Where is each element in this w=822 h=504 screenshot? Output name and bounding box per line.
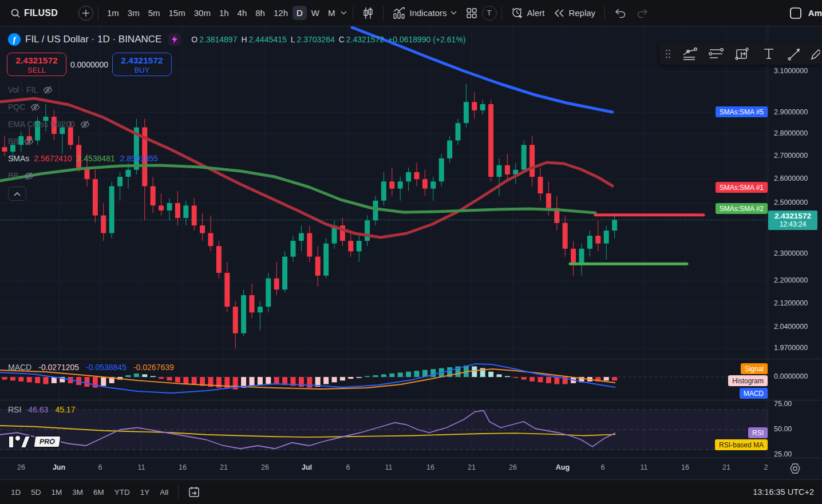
horizontal-lines-tool-button[interactable] bbox=[703, 47, 729, 60]
macd-histogram-bar bbox=[44, 377, 49, 384]
candle-body bbox=[389, 181, 394, 188]
text-tool-button[interactable] bbox=[756, 47, 782, 60]
time-tick: 16 bbox=[681, 463, 689, 471]
line-label-badge[interactable]: Histogram bbox=[728, 375, 768, 386]
multi-line-tool-button[interactable] bbox=[677, 47, 703, 61]
line-label-badge[interactable]: RSI bbox=[748, 427, 768, 438]
line-label-badge[interactable]: SMAs:SMA #5 bbox=[716, 106, 768, 117]
macd-histogram-bar bbox=[546, 377, 551, 383]
range-ytd[interactable]: YTD bbox=[109, 486, 135, 499]
eye-off-toggle[interactable] bbox=[23, 170, 34, 181]
timeframe-15m[interactable]: 15m bbox=[165, 6, 189, 20]
indicators-button[interactable]: Indicators bbox=[388, 4, 461, 22]
legend-row-bb[interactable]: BB bbox=[8, 167, 158, 184]
range-6m[interactable]: 6M bbox=[88, 486, 109, 499]
timeframe-30m[interactable]: 30m bbox=[190, 6, 215, 20]
range-1d[interactable]: 1D bbox=[6, 486, 26, 499]
low-label: L bbox=[291, 35, 295, 44]
timeframe-12h[interactable]: 12h bbox=[270, 6, 292, 20]
buy-button[interactable]: 2.4321572 BUY bbox=[112, 53, 172, 76]
timeframe-1m[interactable]: 1m bbox=[103, 6, 123, 20]
rsi-label: RSI bbox=[8, 405, 21, 414]
axis-settings-gear-icon[interactable] bbox=[789, 462, 801, 475]
timeframe-3m[interactable]: 3m bbox=[124, 6, 144, 20]
chart-style-button[interactable] bbox=[358, 4, 378, 22]
timeframe-8h[interactable]: 8h bbox=[251, 6, 269, 20]
redo-button[interactable] bbox=[631, 5, 653, 21]
candle-body bbox=[447, 141, 452, 158]
toolbar-drag-handle[interactable] bbox=[659, 49, 677, 58]
macd-histogram-bar bbox=[373, 375, 378, 377]
eye-off-toggle[interactable] bbox=[80, 119, 90, 130]
macd-value: -0.0271205 bbox=[38, 363, 79, 372]
line-label-badge[interactable]: SMAs:SMA #1 bbox=[716, 182, 768, 193]
brush-tool-button[interactable] bbox=[808, 47, 822, 61]
template-button[interactable]: T bbox=[482, 6, 497, 21]
plus-icon bbox=[82, 9, 90, 17]
macd-histogram-bar bbox=[134, 374, 139, 377]
symbol-title[interactable]: FIL / US Dollar · 1D · BINANCE bbox=[25, 34, 161, 45]
ideas-icon[interactable] bbox=[168, 33, 181, 46]
range-group: 1D5D1M3M6MYTD1YAll bbox=[6, 486, 173, 499]
legend-row-vol-fil[interactable]: Vol · FIL bbox=[8, 81, 158, 98]
timeframe-5m[interactable]: 5m bbox=[144, 6, 164, 20]
alert-button[interactable]: Alert bbox=[507, 4, 550, 22]
range-1y[interactable]: 1Y bbox=[135, 486, 155, 499]
arrow-tool-button[interactable] bbox=[782, 47, 808, 61]
legend-row-ema-cross-50-200[interactable]: EMA Cross 50/200 bbox=[8, 116, 158, 133]
timeframe-1h[interactable]: 1h bbox=[215, 6, 233, 20]
open-label: O bbox=[191, 35, 197, 44]
candle-body bbox=[529, 145, 535, 177]
macd-histogram-bar bbox=[529, 377, 535, 382]
pane-separator-rsi[interactable] bbox=[0, 400, 822, 400]
eye-off-toggle[interactable] bbox=[42, 85, 53, 96]
macd-histogram-bar bbox=[307, 377, 312, 388]
macd-histogram-bar bbox=[513, 377, 518, 378]
goto-date-button[interactable] bbox=[183, 483, 205, 501]
candle-body bbox=[167, 203, 172, 211]
line-label-badge[interactable]: SMAs:SMA #2 bbox=[716, 203, 768, 214]
range-5d[interactable]: 5D bbox=[26, 486, 46, 499]
legend-collapse-button[interactable] bbox=[8, 186, 26, 201]
spread-value: 0.0000000 bbox=[68, 60, 111, 69]
line-label-badge[interactable]: MACD bbox=[740, 388, 768, 399]
sell-button[interactable]: 2.4321572 SELL bbox=[7, 53, 66, 76]
time-axis[interactable]: 26Jun611162126Jul611162126Aug61116212 bbox=[0, 458, 822, 479]
line-label-badge[interactable]: RSI-based MA bbox=[715, 439, 768, 450]
timeframe-W[interactable]: W bbox=[307, 6, 323, 20]
candle-body bbox=[216, 246, 222, 273]
timeframe-4h[interactable]: 4h bbox=[234, 6, 251, 20]
candle-body bbox=[315, 257, 321, 276]
symbol-search-button[interactable]: FILUSD bbox=[6, 5, 62, 21]
line-label-badge[interactable]: Signal bbox=[741, 363, 768, 374]
replay-button[interactable]: Replay bbox=[549, 5, 600, 21]
range-all[interactable]: All bbox=[155, 486, 173, 499]
range-3m[interactable]: 3M bbox=[67, 486, 88, 499]
legend-row-pqc[interactable]: PQC bbox=[8, 98, 158, 116]
price-axis[interactable]: 3.10000002.90000002.80000002.70000002.60… bbox=[768, 26, 822, 458]
timeframe-D[interactable]: D bbox=[293, 6, 307, 20]
rsi-legend[interactable]: RSI 46.6345.17 bbox=[8, 405, 75, 414]
user-chip[interactable]: Am bbox=[789, 6, 822, 20]
clock[interactable]: 13:16:35 UTC+2 bbox=[753, 487, 814, 497]
legend-row-bb[interactable]: BB bbox=[8, 133, 158, 150]
projection-tool-button[interactable] bbox=[729, 47, 756, 61]
eye-off-toggle[interactable] bbox=[30, 102, 41, 113]
rsi-value: 45.17 bbox=[55, 405, 75, 414]
eye-off-toggle[interactable] bbox=[23, 136, 34, 147]
compare-add-button[interactable] bbox=[78, 6, 93, 21]
open-value: 2.3814897 bbox=[199, 35, 237, 44]
indicator-legend: Vol · FILPQCEMA Cross 50/200BBSMAs2.5672… bbox=[8, 81, 158, 201]
range-1m[interactable]: 1M bbox=[46, 486, 68, 499]
trade-buttons-row: 2.4321572 SELL 0.0000000 2.4321572 BUY bbox=[7, 53, 172, 76]
legend-row-smas[interactable]: SMAs2.56724102.45384812.8991855 bbox=[8, 150, 158, 167]
rsi-value: 46.63 bbox=[28, 405, 48, 414]
pane-separator-macd[interactable] bbox=[0, 359, 822, 359]
macd-legend[interactable]: MACD -0.0271205-0.0538845-0.0267639 bbox=[8, 363, 174, 372]
undo-button[interactable] bbox=[610, 5, 631, 21]
timeframe-menu-button[interactable] bbox=[339, 9, 348, 17]
timeframe-M[interactable]: M bbox=[324, 6, 339, 20]
macd-histogram-bar bbox=[85, 377, 90, 387]
layout-templates-button[interactable] bbox=[461, 5, 482, 22]
chart-area[interactable]: 3.10000002.90000002.80000002.70000002.60… bbox=[0, 26, 822, 458]
